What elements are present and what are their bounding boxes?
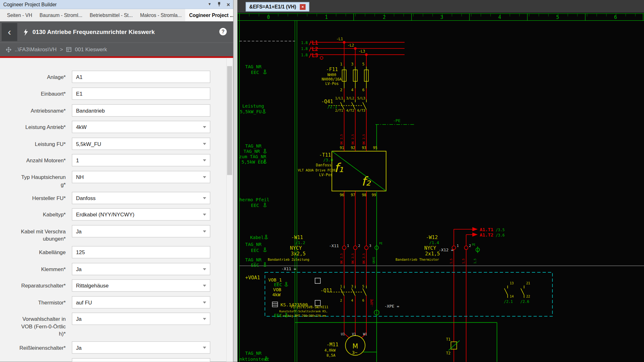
schematic-text: GNYE bbox=[372, 257, 375, 264]
schematic-text: Leistung bbox=[242, 103, 264, 109]
schematic-text: 4,0kW bbox=[325, 348, 336, 353]
form-row: Kabel mit Verschraubungen*Ja bbox=[0, 225, 233, 237]
schematic-text: /L1 bbox=[308, 40, 318, 46]
text-input[interactable] bbox=[72, 246, 210, 258]
schematic-text: /2.6 bbox=[520, 299, 529, 304]
select-value: 1 bbox=[76, 157, 79, 164]
schematic-text: 95 bbox=[373, 146, 377, 150]
schematic-text: /L3 bbox=[308, 52, 318, 58]
schematic-text: EEC bbox=[251, 248, 259, 253]
select-value: Erdkabel (NYY/NYCWY) bbox=[76, 211, 135, 218]
schematic-text: 2 bbox=[340, 88, 342, 92]
chevron-down-icon bbox=[203, 285, 206, 287]
schematic-text: 5/L3 bbox=[357, 96, 365, 100]
schematic-text: -L2 bbox=[347, 43, 354, 47]
wizard-header: ‹ 0130 Antriebe Frequenzumrichter Kieswe… bbox=[0, 21, 233, 43]
select-input[interactable]: Ja bbox=[72, 225, 210, 237]
select-input[interactable]: 4kW bbox=[72, 121, 210, 133]
select-input[interactable]: NH bbox=[72, 171, 210, 183]
breadcrumb-separator: > bbox=[60, 47, 63, 53]
tab-betriebsmittel[interactable]: Betriebsmittel - St... bbox=[86, 9, 136, 21]
select-input[interactable]: Ja bbox=[72, 313, 210, 325]
text-input[interactable] bbox=[72, 104, 210, 117]
schematic-text: -W11 bbox=[291, 234, 303, 240]
field-label: Reißleinenschalter* bbox=[19, 344, 66, 352]
schematic-text: -F11 bbox=[326, 66, 338, 72]
drawing-area: &EFS=A1+E1/1 (VH) × bbox=[233, 0, 644, 362]
field-label: Hersteller FU* bbox=[19, 195, 66, 202]
schematic-text: nktionstext bbox=[239, 357, 269, 362]
form-row bbox=[0, 358, 233, 362]
tab-makros[interactable]: Makros - Stromla... bbox=[136, 9, 186, 21]
schematic-text: /3.6 bbox=[496, 233, 504, 237]
schematic-text: 6 bbox=[362, 88, 364, 92]
pin-icon[interactable] bbox=[217, 2, 221, 7]
panel-splitter[interactable] bbox=[233, 0, 237, 362]
schematic-text: 5,5kW_FU bbox=[240, 109, 262, 114]
schematic-text: /L2 bbox=[308, 46, 318, 52]
breadcrumb-path[interactable]: ..\FA3\Makros\VH bbox=[15, 47, 57, 53]
schematic-text: 93 bbox=[362, 146, 366, 150]
form-row: Typ Hauptsicherung*NH bbox=[0, 171, 233, 183]
schematic-text: 8,5A bbox=[326, 353, 335, 358]
form-row: Vorwahlschalter in VOB (Fern-0-Örtlich)*… bbox=[0, 313, 233, 325]
select-input[interactable]: 5,5kW_FU bbox=[72, 138, 210, 150]
tab-cogineer-project[interactable]: Cogineer Project ... bbox=[186, 9, 233, 21]
select-input[interactable]: Danfoss bbox=[72, 192, 210, 204]
schematic-text: A1.T2 bbox=[480, 232, 493, 237]
schematic-text: 1.8 bbox=[301, 53, 308, 57]
panel-titlebar: Cogineer Project Builder ▼ × bbox=[0, 0, 233, 9]
drawing-tab[interactable]: &EFS=A1+E1/1 (VH) × bbox=[246, 2, 309, 12]
schematic-text: 97 bbox=[351, 193, 355, 197]
schematic-text: f₁ bbox=[334, 161, 344, 175]
schematic-text: 2 bbox=[340, 298, 342, 302]
select-value: Ja bbox=[76, 266, 82, 272]
breadcrumb-current[interactable]: 001 Kieswerk bbox=[75, 47, 107, 53]
select-input[interactable]: 1 bbox=[72, 154, 210, 166]
schematic-text: -L3 bbox=[358, 49, 365, 53]
form-row: Hersteller FU*Danfoss bbox=[0, 192, 233, 204]
help-button[interactable]: ? bbox=[219, 28, 227, 36]
form-row: Antriebsname* bbox=[0, 104, 233, 117]
schematic-text: V1 bbox=[352, 332, 356, 336]
tab-seiten[interactable]: Seiten - VH bbox=[3, 9, 36, 21]
field-label: Reparaturschalter* bbox=[19, 282, 66, 290]
select-input[interactable]: Ja bbox=[72, 263, 210, 275]
select-input[interactable]: Rittalgehäuse bbox=[72, 279, 210, 292]
schematic-text: 5 bbox=[362, 284, 364, 288]
schematic-text: 4 bbox=[351, 88, 353, 92]
select-input[interactable]: Ja bbox=[72, 341, 210, 354]
breadcrumb: ..\FA3\Makros\VH > 001 Kieswerk bbox=[0, 43, 233, 56]
schematic-canvas[interactable]: 0123456TAG_NREECLeistung5,5kW_FUTAG_NRTA… bbox=[237, 13, 644, 362]
text-input[interactable] bbox=[72, 71, 210, 83]
chevron-down-icon[interactable]: ▼ bbox=[208, 3, 212, 6]
field-label: Anlage* bbox=[19, 74, 66, 81]
form-row: Thermistor*auf FU bbox=[0, 296, 233, 309]
tab-bauraum[interactable]: Bauraum - Stroml... bbox=[36, 9, 86, 21]
back-button[interactable]: ‹ bbox=[2, 23, 17, 41]
form-row: Leistung Antrieb*4kW bbox=[0, 121, 233, 133]
text-input[interactable] bbox=[72, 358, 210, 362]
schematic-text: 1,5 bbox=[474, 259, 477, 264]
schematic-text: -X12 = bbox=[439, 248, 453, 252]
text-input[interactable] bbox=[72, 87, 210, 100]
schematic-text: 2/T1 bbox=[335, 109, 343, 112]
schematic-text: 96 bbox=[340, 193, 344, 197]
field-label: Typ Hauptsicherung* bbox=[19, 174, 66, 188]
tab-close-button[interactable]: × bbox=[300, 4, 306, 9]
chevron-down-icon bbox=[203, 126, 206, 128]
schematic-text: U1 bbox=[341, 332, 345, 336]
schematic-text: EEC bbox=[274, 313, 282, 318]
scrollbar-thumb[interactable] bbox=[227, 66, 232, 175]
schematic-text: hermo Pfeil bbox=[239, 197, 269, 202]
scrollbar[interactable] bbox=[226, 58, 233, 362]
schematic-text: LV-Pos bbox=[325, 81, 338, 86]
chevron-down-icon bbox=[203, 214, 206, 216]
select-input[interactable]: auf FU bbox=[72, 296, 210, 309]
schematic-text: -XPE = bbox=[385, 304, 399, 309]
schematic-text: 1 bbox=[340, 62, 342, 66]
page-icon bbox=[66, 47, 72, 52]
close-icon[interactable]: × bbox=[227, 2, 230, 7]
schematic-text: 1 bbox=[340, 284, 342, 288]
select-input[interactable]: Erdkabel (NYY/NYCWY) bbox=[72, 208, 210, 220]
